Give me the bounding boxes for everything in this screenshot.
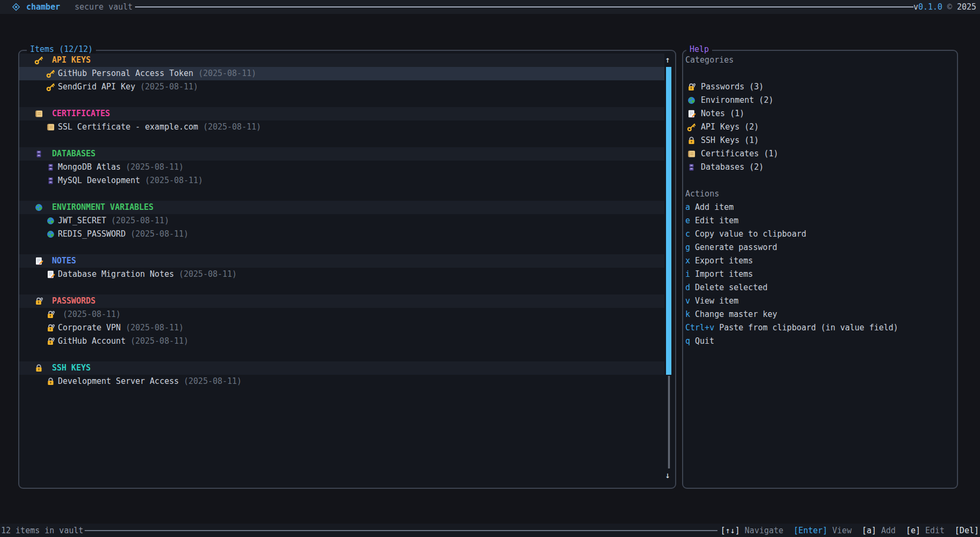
scroll-icon: [687, 149, 696, 158]
group-label: PASSWORDS: [52, 296, 95, 306]
category-label: Environment (2): [701, 95, 773, 105]
globe-icon: [46, 216, 55, 225]
scroll-icon: [34, 109, 43, 118]
help-category-environment-2: Environment (2): [683, 94, 955, 107]
spacer: [683, 67, 955, 80]
item-row-corporate-vpn[interactable]: Corporate VPN(2025-08-11): [19, 321, 664, 335]
item-row-github-account[interactable]: GitHub Account(2025-08-11): [19, 335, 664, 348]
group-header-ssh-keys: SSH KEYS: [19, 361, 664, 375]
lock-icon: [46, 377, 55, 386]
category-label: Certificates (1): [701, 149, 779, 158]
help-action-edit-item: eEdit item: [683, 214, 955, 228]
hint-label: Navigate: [745, 526, 783, 535]
keybind-hint-edit: [e]Edit: [906, 526, 945, 535]
item-date: (2025-08-11): [125, 323, 183, 332]
group-header-certificates: CERTIFICATES: [19, 107, 664, 120]
hint-label: Edit: [925, 526, 945, 535]
items-panel: Items (12/12) API KEYSGitHub Personal Ac…: [18, 50, 676, 489]
group-label: ENVIRONMENT VARIABLES: [52, 202, 154, 212]
item-row-mysql-development[interactable]: MySQL Development(2025-08-11): [19, 174, 664, 187]
action-label: Generate password: [695, 243, 777, 252]
item-date: (2025-08-11): [140, 82, 198, 92]
item-row-ssl-certificate-example-com[interactable]: SSL Certificate - example.com(2025-08-11…: [19, 120, 664, 134]
keybind-hints: [↑↓]Navigate[Enter]View[a]Add[e]Edit[Del…: [717, 526, 979, 535]
item-row-database-migration-notes[interactable]: Database Migration Notes(2025-08-11): [19, 268, 664, 281]
item-row-sendgrid-api-key[interactable]: SendGrid API Key(2025-08-11): [19, 80, 664, 94]
help-action-delete-selected: dDelete selected: [683, 281, 955, 294]
memo-icon: [687, 109, 696, 118]
action-key: Ctrl+v: [685, 323, 714, 332]
action-key: g: [685, 243, 690, 252]
globe-icon: [687, 96, 696, 105]
globe-icon: [34, 203, 43, 212]
item-date: (2025-08-11): [63, 309, 121, 319]
help-action-view-item: vView item: [683, 294, 955, 308]
item-row-jwt-secret[interactable]: JWT_SECRET(2025-08-11): [19, 214, 664, 228]
spacer: [19, 94, 664, 107]
status-item-count: 12 items in vault: [1, 526, 84, 535]
lock-key-icon: [46, 337, 55, 346]
group-header-notes: NOTES: [19, 254, 664, 268]
action-label: Delete selected: [695, 283, 767, 292]
category-label: API Keys (2): [701, 122, 759, 132]
category-label: SSH Keys (1): [701, 135, 759, 145]
key-icon: [46, 82, 55, 92]
item-date: (2025-08-11): [179, 269, 237, 279]
lock-icon: [34, 364, 43, 373]
status-bar: 12 items in vault [↑↓]Navigate[Enter]Vie…: [0, 524, 980, 537]
key-icon: [34, 56, 43, 65]
item-row-development-server-access[interactable]: Development Server Access(2025-08-11): [19, 375, 664, 388]
memo-icon: [46, 270, 55, 279]
item-name: GitHub Account: [58, 336, 125, 346]
item-row-github-personal-access-token[interactable]: GitHub Personal Access Token(2025-08-11): [19, 67, 664, 80]
globe-icon: [46, 230, 55, 239]
memo-icon: [34, 256, 43, 266]
help-action-copy-value-to-clipboard: cCopy value to clipboard: [683, 228, 955, 241]
help-panel: Help Categories Passwords (3)Environment…: [682, 50, 958, 489]
action-key: v: [685, 296, 690, 306]
app-tagline: secure vault: [74, 2, 132, 12]
copyright-symbol: ©: [947, 2, 952, 12]
keybind-hint-del: [Del]: [955, 526, 979, 535]
help-action-export-items: xExport items: [683, 254, 955, 268]
item-date: (2025-08-11): [184, 376, 242, 386]
action-label: Import items: [695, 269, 753, 279]
item-name: Database Migration Notes: [58, 269, 174, 279]
item-date: (2025-08-11): [203, 122, 261, 132]
hint-label: View: [832, 526, 851, 535]
lock-key-icon: [46, 323, 55, 332]
item-row-unnamed[interactable]: (2025-08-11): [19, 308, 664, 321]
top-bar: chamber secure vault v 0.1.0 © 2025: [0, 0, 980, 14]
scroll-down-icon[interactable]: ↓: [662, 469, 673, 481]
lock-icon: [687, 136, 696, 145]
lock-key-icon: [46, 310, 55, 319]
item-row-mongodb-atlas[interactable]: MongoDB Atlas(2025-08-11): [19, 161, 664, 174]
help-category-databases-2: Databases (2): [683, 161, 955, 174]
action-key: q: [685, 336, 690, 346]
version-prefix: v: [914, 2, 918, 12]
database-icon: [34, 149, 43, 158]
scrollbar-thumb[interactable]: [666, 67, 671, 375]
item-name: SSL Certificate - example.com: [58, 122, 198, 132]
scroll-up-icon[interactable]: ↑: [662, 53, 673, 66]
keybind-hint-navigate: [↑↓]Navigate: [721, 526, 783, 535]
help-action-change-master-key: kChange master key: [683, 308, 955, 321]
keybind-hint-view: [Enter]View: [794, 526, 851, 535]
help-body: Categories Passwords (3)Environment (2)N…: [683, 54, 955, 348]
item-date: (2025-08-11): [125, 162, 183, 172]
topbar-rule: [135, 6, 914, 7]
group-header-environment-variables: ENVIRONMENT VARIABLES: [19, 201, 664, 214]
hint-key: [e]: [906, 526, 921, 535]
database-icon: [46, 176, 55, 185]
item-name: GitHub Personal Access Token: [58, 69, 193, 78]
item-row-redis-password[interactable]: REDIS_PASSWORD(2025-08-11): [19, 228, 664, 241]
database-icon: [46, 163, 55, 172]
action-label: View item: [695, 296, 738, 306]
key-icon: [46, 69, 55, 78]
group-label: DATABASES: [52, 149, 95, 158]
help-category-api-keys-2: API Keys (2): [683, 120, 955, 134]
hint-label: Add: [881, 526, 896, 535]
key-icon: [687, 123, 696, 132]
action-key: a: [685, 202, 690, 212]
group-header-databases: DATABASES: [19, 147, 664, 161]
